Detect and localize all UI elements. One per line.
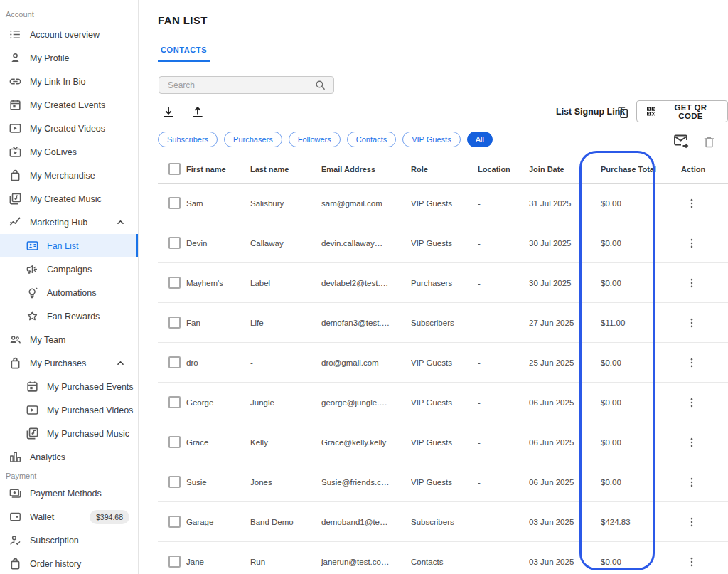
row-checkbox[interactable] xyxy=(168,436,181,448)
music-icon xyxy=(26,427,39,440)
row-actions-button[interactable] xyxy=(685,235,698,251)
trash-icon xyxy=(702,141,717,152)
cell-last-name: Kelly xyxy=(250,438,321,447)
row-checkbox[interactable] xyxy=(168,277,181,289)
calendar-icon xyxy=(26,380,39,393)
sidebar-item-payment-methods[interactable]: Payment Methods xyxy=(0,482,138,505)
sidebar-section-label: Payment xyxy=(0,469,138,482)
row-actions-button[interactable] xyxy=(685,435,698,450)
row-actions-button[interactable] xyxy=(685,514,698,530)
table-row: GarageBand Demodemoband1@te…Subscribers-… xyxy=(158,502,728,542)
sidebar-item-my-created-music[interactable]: My Created Music xyxy=(0,187,138,211)
sidebar-item-my-profile[interactable]: My Profile xyxy=(0,46,138,70)
sidebar-item-my-purchased-music[interactable]: My Purchased Music xyxy=(0,422,138,445)
copy-signup-link-button[interactable] xyxy=(616,105,630,120)
search-input[interactable] xyxy=(166,80,314,91)
row-actions-button[interactable] xyxy=(685,554,698,570)
row-actions-button[interactable] xyxy=(685,196,698,211)
sidebar-item-label: My Profile xyxy=(30,53,70,63)
row-checkbox[interactable] xyxy=(168,356,181,368)
sidebar-item-label: My Created Events xyxy=(30,100,105,110)
sidebar-item-fan-list[interactable]: Fan List xyxy=(0,234,138,257)
table-row: dro-dro@gmail.comVIP Guests-25 Jun 2025$… xyxy=(158,343,728,383)
sidebar-item-label: My Created Videos xyxy=(30,124,105,134)
row-actions-button[interactable] xyxy=(685,275,698,291)
filter-chip-subscribers[interactable]: Subscribers xyxy=(158,132,218,147)
download-button[interactable] xyxy=(161,104,176,121)
cell-location: - xyxy=(475,518,529,526)
filter-chip-purchasers[interactable]: Purchasers xyxy=(224,132,282,147)
select-all-checkbox[interactable] xyxy=(168,163,181,175)
copy-icon xyxy=(616,112,630,122)
sidebar-item-label: My Purchases xyxy=(30,358,86,368)
sidebar-item-order-history[interactable]: Order history xyxy=(0,552,138,574)
main-content: FAN LIST CONTACTS List Signup Link GET Q… xyxy=(139,0,728,574)
row-checkbox[interactable] xyxy=(168,197,181,209)
cell-first-name: dro xyxy=(186,358,250,367)
sidebar-item-my-created-videos[interactable]: My Created Videos xyxy=(0,117,138,140)
sidebar-item-label: My Created Music xyxy=(30,194,102,204)
row-checkbox[interactable] xyxy=(168,516,181,528)
search-icon xyxy=(314,79,326,91)
tab-contacts[interactable]: CONTACTS xyxy=(158,46,210,62)
cell-location: - xyxy=(475,358,529,367)
sidebar-item-label: Campaigns xyxy=(47,265,92,275)
row-actions-button[interactable] xyxy=(685,315,698,331)
wallet-balance-badge: $394.68 xyxy=(90,510,129,524)
cell-first-name: Susie xyxy=(186,478,250,487)
sidebar-item-analytics[interactable]: Analytics xyxy=(0,445,138,469)
contacts-table: First nameLast nameEmail AddressRoleLoca… xyxy=(158,155,728,574)
cell-role: Subscribers xyxy=(411,319,475,327)
delete-button[interactable] xyxy=(702,134,717,149)
sidebar-item-campaigns[interactable]: Campaigns xyxy=(0,257,138,281)
row-actions-button[interactable] xyxy=(685,355,698,371)
table-row: JaneRunjanerun@test.co…Contacts-03 Jun 2… xyxy=(158,542,728,574)
cell-last-name: Label xyxy=(250,279,321,287)
cell-first-name: Devin xyxy=(186,239,250,248)
table-header-row: First nameLast nameEmail AddressRoleLoca… xyxy=(158,155,728,184)
sidebar-item-wallet[interactable]: Wallet$394.68 xyxy=(0,505,138,528)
cell-role: Purchasers xyxy=(411,279,475,287)
row-checkbox[interactable] xyxy=(168,237,181,249)
sidebar-item-subscription[interactable]: Subscription xyxy=(0,528,138,552)
sidebar-item-my-link-in-bio[interactable]: My Link In Bio xyxy=(0,70,138,93)
cell-purchase-total: $0.00 xyxy=(590,478,668,487)
kebab-icon xyxy=(685,275,698,291)
row-checkbox[interactable] xyxy=(168,317,181,329)
sidebar-item-my-purchased-videos[interactable]: My Purchased Videos xyxy=(0,398,138,422)
send-email-button[interactable] xyxy=(673,132,690,149)
filter-chip-vip-guests[interactable]: VIP Guests xyxy=(402,132,460,147)
filter-chip-all[interactable]: All xyxy=(467,132,493,147)
sidebar-item-my-team[interactable]: My Team xyxy=(0,328,138,351)
sidebar-item-my-purchases[interactable]: My Purchases xyxy=(0,351,138,375)
cell-join-date: 27 Jun 2025 xyxy=(529,319,590,327)
cell-purchase-total: $11.00 xyxy=(590,319,668,327)
send-email-icon xyxy=(673,141,690,152)
filter-chip-followers[interactable]: Followers xyxy=(289,132,341,147)
sidebar-item-my-created-events[interactable]: My Created Events xyxy=(0,93,138,117)
column-header-purchase-total: Purchase Total xyxy=(590,165,668,174)
row-checkbox[interactable] xyxy=(168,396,181,408)
row-checkbox[interactable] xyxy=(168,476,181,488)
cell-role: VIP Guests xyxy=(411,438,475,447)
filter-chip-contacts[interactable]: Contacts xyxy=(347,132,396,147)
sidebar-item-fan-rewards[interactable]: Fan Rewards xyxy=(0,304,138,328)
get-qr-code-label: GET QR CODE xyxy=(663,103,719,120)
bag-icon xyxy=(9,557,22,570)
cell-email: dro@gmail.com xyxy=(321,358,411,367)
row-checkbox[interactable] xyxy=(168,556,181,568)
sidebar-item-my-golives[interactable]: My GoLives xyxy=(0,140,138,164)
get-qr-code-button[interactable]: GET QR CODE xyxy=(636,100,728,122)
cell-location: - xyxy=(475,438,529,447)
sidebar-item-automations[interactable]: Automations xyxy=(0,281,138,304)
sidebar-item-account-overview[interactable]: Account overview xyxy=(0,23,138,46)
sidebar-item-label: Order history xyxy=(30,559,81,569)
sidebar-item-my-merchandise[interactable]: My Merchandise xyxy=(0,164,138,187)
sidebar-item-my-purchased-events[interactable]: My Purchased Events xyxy=(0,375,138,398)
sidebar-item-marketing-hub[interactable]: Marketing Hub xyxy=(0,211,138,234)
row-actions-button[interactable] xyxy=(685,474,698,490)
row-actions-button[interactable] xyxy=(685,395,698,410)
upload-button[interactable] xyxy=(190,104,205,121)
subscription-icon xyxy=(9,533,22,547)
cell-join-date: 03 Jun 2025 xyxy=(529,518,590,526)
